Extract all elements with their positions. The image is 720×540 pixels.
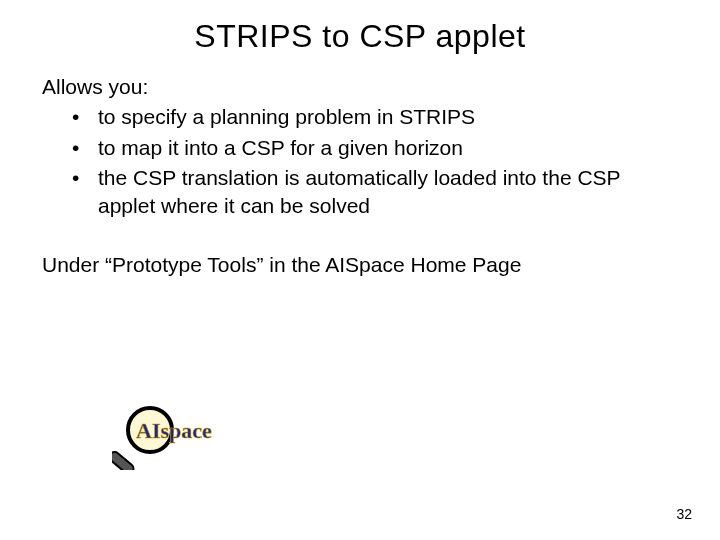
under-line: Under “Prototype Tools” in the AISpace H… bbox=[42, 251, 678, 279]
bullet-item: the CSP translation is automatically loa… bbox=[72, 164, 678, 221]
slide-title: STRIPS to CSP applet bbox=[0, 0, 720, 55]
bullet-item: to specify a planning problem in STRIPS bbox=[72, 103, 678, 131]
aispace-logo: AIspace bbox=[112, 400, 262, 474]
bullet-list: to specify a planning problem in STRIPS … bbox=[42, 103, 678, 220]
slide-body: Allows you: to specify a planning proble… bbox=[0, 55, 720, 279]
bullet-text: the CSP translation is automatically loa… bbox=[98, 166, 620, 217]
slide: STRIPS to CSP applet Allows you: to spec… bbox=[0, 0, 720, 540]
page-number: 32 bbox=[676, 506, 692, 522]
magnifying-glass-icon: AIspace bbox=[112, 400, 262, 470]
svg-rect-0 bbox=[112, 450, 135, 470]
intro-line: Allows you: bbox=[42, 73, 678, 101]
bullet-item: to map it into a CSP for a given horizon bbox=[72, 134, 678, 162]
logo-text: AIspace bbox=[136, 418, 212, 443]
